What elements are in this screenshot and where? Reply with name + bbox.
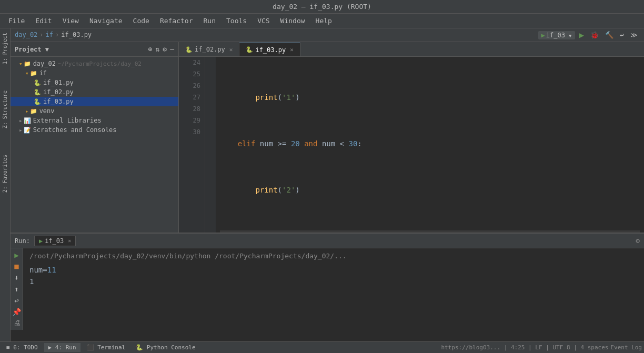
project-panel-title: Project ▼ — [15, 46, 49, 53]
tab-if02-close[interactable]: ✕ — [229, 46, 233, 53]
menu-navigate[interactable]: Navigate — [85, 16, 127, 26]
gutter-strip — [205, 57, 216, 234]
menu-code[interactable]: Code — [129, 16, 154, 26]
run-num-value: 11 — [47, 266, 56, 274]
run-wrap-button[interactable]: ↩ — [12, 296, 22, 305]
tree-item-scratches[interactable]: ▸ 📝 Scratches and Consoles — [11, 125, 178, 135]
tab-if02-label: if_02.py — [195, 46, 225, 53]
run-command-line: /root/PycharmProjects/day_02/venv/bin/py… — [29, 250, 638, 262]
build-button[interactable]: 🔨 — [603, 30, 616, 40]
bottom-tab-todo[interactable]: ≡ 6: TODO — [2, 343, 42, 352]
line-num-25: 25 — [183, 68, 200, 80]
line-num-29: 29 — [183, 115, 200, 126]
breadcrumb-if[interactable]: if — [46, 31, 53, 38]
collapse-icon[interactable]: – — [170, 45, 174, 53]
tree-path-day02: ~/PycharmProjects/day_02 — [58, 60, 142, 67]
menu-tools[interactable]: Tools — [222, 16, 251, 26]
code-line-26: print('2') — [220, 184, 640, 196]
tree-item-extlibs[interactable]: ▸ 📊 External Libraries — [11, 116, 178, 125]
line-num-26: 26 — [183, 80, 200, 92]
tab-if03-label: if_03.py — [255, 46, 286, 54]
run-label: Run: — [15, 237, 30, 245]
tree-item-if02[interactable]: 🐍 if_02.py — [11, 87, 178, 97]
structure-tab[interactable]: Z: Structure — [1, 88, 9, 130]
run-settings-icon[interactable]: ⚙ — [636, 237, 640, 245]
bottom-tab-terminal[interactable]: ⬛ Terminal — [83, 343, 130, 352]
sync-icon[interactable]: ⊕ — [148, 45, 153, 53]
line-num-28: 28 — [183, 103, 200, 115]
breadcrumb-sep2: › — [55, 31, 59, 38]
run-output-line2: 1 — [29, 276, 638, 287]
run-tab-label: if_03 — [45, 237, 64, 245]
menu-edit[interactable]: Edit — [31, 16, 56, 26]
tree-label-if01: if_01.py — [43, 79, 74, 86]
tree-item-day02[interactable]: ▾ 📁 day_02 ~/PycharmProjects/day_02 — [11, 59, 178, 68]
tree-label-if03: if_03.py — [43, 98, 74, 105]
run-print-button[interactable]: 🖨 — [12, 318, 22, 328]
project-header-icons: ⊕ ⇅ ⚙ – — [148, 45, 174, 53]
line-num-24: 24 — [183, 57, 200, 68]
run-tab-close[interactable]: ✕ — [68, 238, 71, 244]
run-panel: Run: ▶ if_03 ✕ ⚙ ▶ ■ ⬇ ⬆ ↩ — [11, 233, 644, 330]
project-panel-header: Project ▼ ⊕ ⇅ ⚙ – — [11, 42, 178, 57]
run-scroll-down-button[interactable]: ⬇ — [12, 273, 22, 283]
menu-window[interactable]: Window — [276, 16, 309, 26]
title-bar: day_02 – if_03.py (ROOT) — [0, 0, 644, 14]
run-pin-button[interactable]: 📌 — [12, 307, 22, 317]
breadcrumb-if03[interactable]: if_03.py — [61, 31, 92, 38]
breadcrumb-day02[interactable]: day_02 — [15, 31, 37, 38]
run-config-dropdown[interactable]: ▶if_03 ▼ — [538, 31, 575, 39]
code-content[interactable]: print('1') elif num >= 20 and num < 30: … — [216, 57, 644, 234]
line-numbers: 24 25 26 27 28 29 30 — [179, 57, 205, 234]
title-text: day_02 – if_03.py (ROOT) — [273, 3, 371, 11]
event-log-link[interactable]: Event Log — [610, 344, 642, 351]
run-panel-header: Run: ▶ if_03 ✕ ⚙ — [11, 234, 644, 248]
menu-view[interactable]: View — [58, 16, 83, 26]
menu-run[interactable]: Run — [199, 16, 220, 26]
run-play-button[interactable]: ▶ — [12, 250, 22, 260]
project-panel: Project ▼ ⊕ ⇅ ⚙ – ▾ 📁 — [11, 42, 179, 244]
project-tab[interactable]: 1: Project — [1, 31, 9, 66]
left-gutter: 1: Project Z: Structure 2: Favorites — [0, 28, 11, 341]
tree-item-if03[interactable]: 🐍 if_03.py — [11, 97, 178, 106]
tab-if02[interactable]: 🐍 if_02.py ✕ — [179, 43, 239, 56]
menu-refactor[interactable]: Refactor — [156, 16, 197, 26]
more-button[interactable]: ≫ — [628, 30, 640, 40]
bottom-tab-python-console[interactable]: 🐍 Python Console — [132, 343, 199, 352]
tree-item-if[interactable]: ▾ 📁 if — [11, 68, 178, 78]
tree-label-scratches: Scratches and Consoles — [33, 126, 117, 134]
settings-icon[interactable]: ⚙ — [163, 45, 167, 53]
run-command-text: /root/PycharmProjects/day_02/venv/bin/py… — [29, 252, 347, 260]
favorites-tab[interactable]: 2: Favorites — [1, 153, 9, 195]
menu-help[interactable]: Help — [311, 16, 336, 26]
breadcrumb: day_02 › if › if_03.py — [11, 28, 534, 42]
revert-button[interactable]: ↩ — [618, 30, 626, 40]
menu-vcs[interactable]: VCS — [253, 16, 274, 26]
sort-icon[interactable]: ⇅ — [156, 45, 160, 53]
bottom-tab-run[interactable]: ▶ 4: Run — [44, 343, 80, 352]
run-button[interactable]: ▶ — [577, 29, 587, 41]
menu-file[interactable]: File — [4, 16, 29, 26]
run-tab-if03[interactable]: ▶ if_03 ✕ — [34, 236, 76, 246]
run-body: ▶ ■ ⬇ ⬆ ↩ 📌 🖨 /root/PycharmProjects/day_… — [11, 248, 644, 330]
tree-item-venv[interactable]: ▸ 📁 venv — [11, 106, 178, 116]
code-line-25: elif num >= 20 and num < 30: — [220, 138, 640, 149]
tab-if03[interactable]: 🐍 if_03.py ✕ — [239, 43, 300, 56]
tree-label-if: if — [39, 69, 47, 77]
breadcrumb-sep1: › — [39, 31, 43, 38]
debug-button[interactable]: 🐞 — [588, 30, 601, 40]
run-scroll-up-button[interactable]: ⬆ — [12, 285, 22, 294]
menu-bar: File Edit View Navigate Code Refactor Ru… — [0, 14, 644, 28]
run-stop-button[interactable]: ■ — [12, 262, 22, 271]
code-line-24: print('1') — [220, 92, 640, 103]
tree-label-day02: day_02 — [33, 60, 56, 67]
run-output-line1: num=11 — [29, 264, 638, 276]
editor-tabs: 🐍 if_02.py ✕ 🐍 if_03.py ✕ — [179, 42, 644, 57]
run-output: /root/PycharmProjects/day_02/venv/bin/py… — [23, 248, 644, 330]
code-editor[interactable]: 24 25 26 27 28 29 30 print('1') — [179, 57, 644, 234]
tree-label-venv: venv — [39, 107, 55, 115]
tree-item-if01[interactable]: 🐍 if_01.py — [11, 78, 178, 87]
tree-label-if02: if_02.py — [43, 88, 74, 96]
tab-if03-close[interactable]: ✕ — [290, 46, 294, 53]
line-num-30: 30 — [183, 126, 200, 138]
